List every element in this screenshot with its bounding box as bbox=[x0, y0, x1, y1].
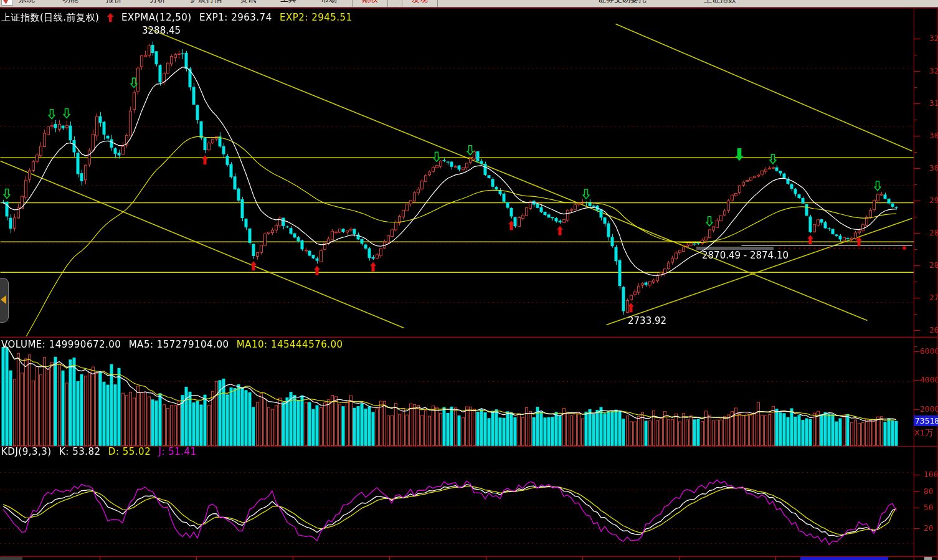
axis-label: 2958.81 bbox=[929, 196, 938, 205]
chart-canvas[interactable] bbox=[0, 0, 938, 560]
menu-item-hot-0[interactable]: 期权 bbox=[352, 0, 388, 7]
sidebar-collapse-handle[interactable] bbox=[0, 278, 9, 323]
kdj-pane-header: KDJ(9,3,3) K: 53.82 D: 55.02 J: 51.41 bbox=[1, 446, 201, 457]
chart-title: 上证指数(日线.前复权) bbox=[1, 12, 99, 23]
menu-item-2[interactable]: 报价 bbox=[106, 0, 122, 7]
menu-item-0[interactable]: 系统 bbox=[19, 0, 35, 7]
axis-label: 3088.32 bbox=[929, 131, 938, 140]
account-menu-label[interactable]: 证券交易委托 bbox=[598, 0, 647, 7]
kdj-k-value: K: 53.82 bbox=[59, 446, 101, 457]
axis-label: 2699.78 bbox=[929, 325, 938, 335]
menu-item-4[interactable]: 扩展行情 bbox=[190, 0, 222, 7]
trading-terminal: 系统功能报价分析扩展行情资讯工具市场期权发现证券交易委托上证指数 上证指数(日线… bbox=[0, 0, 938, 560]
low-price-label: 2733.92 bbox=[628, 315, 666, 326]
peak-price-label: 3288.45 bbox=[142, 25, 181, 36]
axis-label: 200000 bbox=[920, 404, 938, 414]
axis-label: 600000 bbox=[920, 346, 938, 356]
volume-last-badge: 73518 bbox=[914, 415, 938, 426]
menu-item-1[interactable]: 功能 bbox=[62, 0, 78, 7]
menu-item-hot-1[interactable]: 发现 bbox=[402, 0, 438, 7]
axis-label: 3153.08 bbox=[929, 98, 938, 108]
axis-label: 400000 bbox=[920, 375, 938, 384]
volume-value: VOLUME: 149990672.00 bbox=[1, 339, 121, 350]
volume-ma10-value: MA10: 145444576.00 bbox=[237, 339, 343, 350]
kdj-title: KDJ(9,3,3) bbox=[1, 446, 52, 457]
menu-item-5[interactable]: 资讯 bbox=[240, 0, 256, 7]
axis-label: 3282.60 bbox=[929, 34, 938, 43]
axis-label: 80 bbox=[924, 486, 934, 496]
app-logo-icon bbox=[1, 0, 13, 6]
axis-label: 100 bbox=[924, 470, 938, 479]
gap-price-label: 2870.49 - 2874.10 bbox=[702, 250, 789, 261]
exp2-value: EXP2: 2945.51 bbox=[280, 12, 353, 23]
symbol-menu-label[interactable]: 上证指数 bbox=[704, 0, 736, 7]
axis-label: 3217.84 bbox=[929, 66, 938, 75]
menu-item-6[interactable]: 工具 bbox=[280, 0, 296, 7]
axis-label: 2894.05 bbox=[929, 228, 938, 237]
bottom-left-corner bbox=[0, 557, 22, 560]
date-highlight-badge bbox=[800, 557, 888, 560]
kdj-j-value: J: 51.41 bbox=[158, 446, 196, 457]
axis-label: 2829.29 bbox=[929, 260, 938, 270]
volume-pane-header: VOLUME: 149990672.00 MA5: 157279104.00 M… bbox=[1, 339, 348, 350]
main-pane-header: 上证指数(日线.前复权) EXPMA(12,50) EXP1: 2963.74 … bbox=[1, 12, 357, 24]
left-triangle-icon bbox=[1, 295, 6, 304]
indicator-label: EXPMA(12,50) bbox=[121, 12, 192, 23]
axis-label: 20 bbox=[924, 523, 934, 533]
volume-unit-label: X1万 bbox=[914, 427, 933, 439]
menu-item-3[interactable]: 分析 bbox=[149, 0, 166, 7]
menu-bar: 系统功能报价分析扩展行情资讯工具市场期权发现证券交易委托上证指数 bbox=[0, 0, 938, 7]
up-arrow-icon bbox=[107, 13, 114, 22]
exp1-value: EXP1: 2963.74 bbox=[199, 12, 272, 23]
volume-ma5-value: MA5: 157279104.00 bbox=[129, 339, 229, 350]
menu-item-7[interactable]: 市场 bbox=[321, 0, 337, 7]
axis-label: 50 bbox=[924, 503, 934, 512]
kdj-d-value: D: 55.02 bbox=[108, 446, 151, 457]
axis-label: 3023.57 bbox=[929, 163, 938, 173]
axis-label: 2764.54 bbox=[929, 293, 938, 302]
bottom-right-corner bbox=[924, 557, 932, 560]
